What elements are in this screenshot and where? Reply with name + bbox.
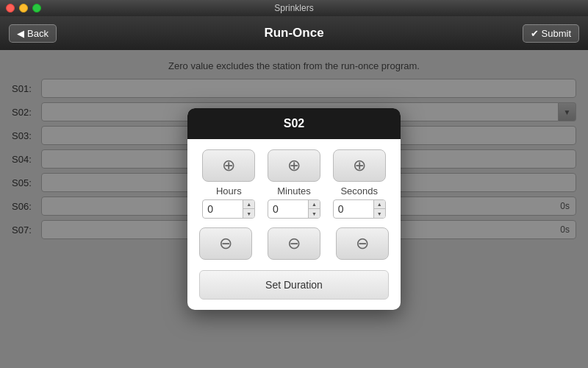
decrement-buttons-row: ⊖ ⊖ ⊖ bbox=[199, 227, 389, 260]
minutes-stepper-up[interactable]: ▲ bbox=[309, 200, 320, 209]
seconds-stepper: ▲ ▼ bbox=[373, 200, 385, 218]
hours-decrement-button[interactable]: ⊖ bbox=[199, 227, 252, 260]
hours-stepper-down[interactable]: ▼ bbox=[243, 209, 254, 218]
traffic-lights bbox=[6, 4, 41, 13]
plus-circle-icon: ⊕ bbox=[353, 156, 366, 175]
minutes-increment-button[interactable]: ⊕ bbox=[268, 149, 320, 182]
modal-header: S02 bbox=[187, 108, 401, 139]
back-label: Back bbox=[27, 28, 49, 39]
minimize-button[interactable] bbox=[19, 4, 28, 13]
modal-title: S02 bbox=[284, 117, 304, 130]
main-content: Zero value excludes the station from the… bbox=[0, 50, 588, 368]
window-title: Sprinklers bbox=[274, 3, 313, 13]
title-bar: Sprinklers bbox=[0, 0, 588, 16]
minus-circle-icon: ⊖ bbox=[356, 234, 369, 253]
hours-stepper: ▲ ▼ bbox=[243, 200, 254, 218]
seconds-value: 0 bbox=[334, 200, 373, 218]
modal-body: ⊕ Hours 0 ▲ ▼ ⊕ bbox=[187, 139, 401, 310]
minutes-label: Minutes bbox=[277, 185, 311, 197]
seconds-value-wrap: 0 ▲ ▼ bbox=[333, 199, 386, 219]
seconds-stepper-down[interactable]: ▼ bbox=[374, 209, 385, 218]
submit-button[interactable]: ✔ Submit bbox=[523, 24, 579, 43]
seconds-decrement-button[interactable]: ⊖ bbox=[336, 227, 389, 260]
back-button[interactable]: ◀ Back bbox=[9, 24, 57, 43]
seconds-label: Seconds bbox=[340, 185, 378, 197]
app-header: ◀ Back Run-Once ✔ Submit bbox=[0, 16, 588, 50]
hours-value-wrap: 0 ▲ ▼ bbox=[202, 199, 255, 219]
set-duration-button[interactable]: Set Duration bbox=[199, 270, 389, 300]
increment-buttons-row: ⊕ Hours 0 ▲ ▼ ⊕ bbox=[199, 149, 389, 224]
hours-increment-button[interactable]: ⊕ bbox=[202, 149, 255, 182]
minutes-value: 0 bbox=[268, 200, 308, 218]
page-title: Run-Once bbox=[264, 26, 323, 40]
maximize-button[interactable] bbox=[32, 4, 41, 13]
checkmark-icon: ✔ bbox=[531, 28, 539, 39]
seconds-increment-button[interactable]: ⊕ bbox=[333, 149, 386, 182]
minutes-spinner: ⊕ Minutes 0 ▲ ▼ bbox=[265, 149, 324, 224]
duration-modal: S02 ⊕ Hours 0 ▲ ▼ bbox=[187, 108, 401, 310]
minutes-value-wrap: 0 ▲ ▼ bbox=[268, 199, 320, 219]
modal-overlay[interactable]: S02 ⊕ Hours 0 ▲ ▼ bbox=[0, 50, 588, 368]
minutes-decrement-button[interactable]: ⊖ bbox=[268, 227, 320, 260]
minus-circle-icon: ⊖ bbox=[287, 234, 301, 253]
submit-label: Submit bbox=[542, 28, 571, 39]
hours-stepper-up[interactable]: ▲ bbox=[243, 200, 254, 209]
minutes-stepper: ▲ ▼ bbox=[308, 200, 320, 218]
hours-label: Hours bbox=[216, 185, 242, 197]
plus-circle-icon: ⊕ bbox=[222, 156, 235, 175]
seconds-spinner: ⊕ Seconds 0 ▲ ▼ bbox=[329, 149, 389, 224]
hours-value: 0 bbox=[203, 200, 243, 218]
close-button[interactable] bbox=[6, 4, 15, 13]
back-chevron-icon: ◀ bbox=[17, 28, 24, 39]
minutes-stepper-down[interactable]: ▼ bbox=[309, 209, 320, 218]
seconds-stepper-up[interactable]: ▲ bbox=[374, 200, 385, 209]
minus-circle-icon: ⊖ bbox=[219, 234, 232, 253]
plus-circle-icon: ⊕ bbox=[287, 156, 301, 175]
hours-spinner: ⊕ Hours 0 ▲ ▼ bbox=[199, 149, 259, 224]
